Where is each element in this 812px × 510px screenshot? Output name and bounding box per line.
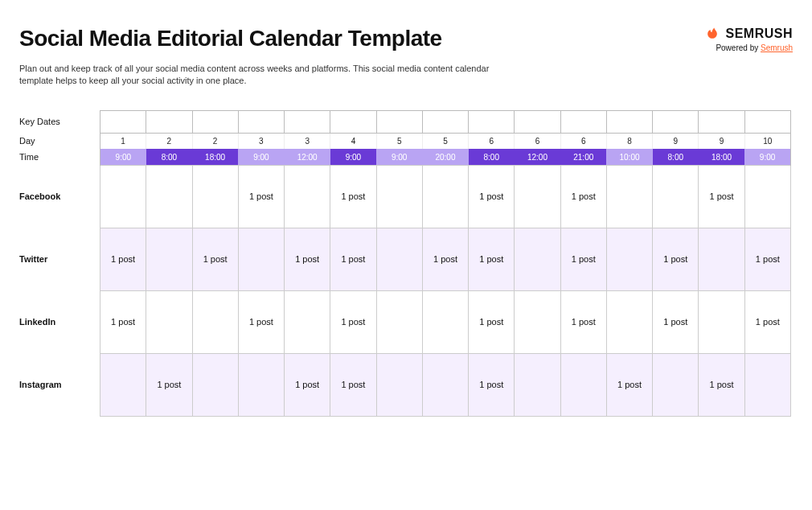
day-cell: 9: [653, 133, 699, 149]
row-label: Time: [19, 149, 100, 165]
time-cell: 21:00: [560, 149, 606, 165]
keydate-cell[interactable]: [653, 110, 699, 133]
powered-by-link[interactable]: Semrush: [761, 43, 793, 52]
schedule-cell[interactable]: [376, 228, 422, 290]
schedule-cell[interactable]: [422, 165, 468, 228]
page-title: Social Media Editorial Calendar Template: [19, 26, 442, 51]
day-cell: 1: [100, 133, 146, 149]
schedule-cell[interactable]: 1 post: [560, 290, 606, 353]
schedule-cell[interactable]: 1 post: [699, 165, 744, 228]
schedule-cell[interactable]: [699, 290, 744, 353]
schedule-cell[interactable]: 1 post: [238, 290, 284, 353]
schedule-cell[interactable]: 1 post: [744, 228, 790, 290]
schedule-cell[interactable]: [376, 290, 422, 353]
schedule-cell[interactable]: [146, 165, 192, 228]
time-cell: 9:00: [744, 149, 790, 165]
time-cell: 18:00: [192, 149, 238, 165]
day-cell: 6: [515, 133, 560, 149]
page-subtitle: Plan out and keep track of all your soci…: [19, 63, 518, 88]
schedule-cell[interactable]: 1 post: [699, 353, 744, 416]
schedule-cell[interactable]: 1 post: [146, 353, 192, 416]
keydate-cell[interactable]: [515, 110, 560, 133]
time-cell: 8:00: [469, 149, 515, 165]
keydate-cell[interactable]: [192, 110, 238, 133]
schedule-cell[interactable]: [285, 165, 330, 228]
keydate-cell[interactable]: [606, 110, 652, 133]
keydate-cell[interactable]: [100, 110, 146, 133]
schedule-cell[interactable]: [606, 228, 652, 290]
keydate-cell[interactable]: [146, 110, 192, 133]
schedule-cell[interactable]: [285, 290, 330, 353]
schedule-cell[interactable]: [515, 353, 560, 416]
schedule-cell[interactable]: [560, 353, 606, 416]
schedule-cell[interactable]: [699, 228, 744, 290]
schedule-cell[interactable]: 1 post: [469, 165, 515, 228]
schedule-cell[interactable]: [422, 290, 468, 353]
schedule-cell[interactable]: 1 post: [100, 228, 146, 290]
schedule-cell[interactable]: 1 post: [606, 353, 652, 416]
schedule-cell[interactable]: 1 post: [330, 353, 376, 416]
schedule-cell[interactable]: [515, 290, 560, 353]
schedule-cell[interactable]: [376, 165, 422, 228]
time-cell: 8:00: [653, 149, 699, 165]
schedule-cell[interactable]: [238, 353, 284, 416]
schedule-cell[interactable]: [192, 353, 238, 416]
schedule-cell[interactable]: [146, 228, 192, 290]
keydate-cell[interactable]: [699, 110, 744, 133]
schedule-cell[interactable]: [100, 353, 146, 416]
day-cell: 4: [330, 133, 376, 149]
schedule-cell[interactable]: 1 post: [469, 353, 515, 416]
schedule-cell[interactable]: 1 post: [285, 228, 330, 290]
schedule-cell[interactable]: 1 post: [560, 228, 606, 290]
schedule-cell[interactable]: 1 post: [330, 228, 376, 290]
schedule-cell[interactable]: [515, 165, 560, 228]
schedule-cell[interactable]: [606, 290, 652, 353]
day-cell: 5: [422, 133, 468, 149]
schedule-cell[interactable]: [653, 165, 699, 228]
schedule-cell[interactable]: 1 post: [469, 290, 515, 353]
schedule-cell[interactable]: [100, 165, 146, 228]
schedule-cell[interactable]: [192, 290, 238, 353]
schedule-cell[interactable]: 1 post: [653, 228, 699, 290]
time-cell: 8:00: [146, 149, 192, 165]
schedule-cell[interactable]: 1 post: [653, 290, 699, 353]
keydate-cell[interactable]: [330, 110, 376, 133]
schedule-cell[interactable]: [653, 353, 699, 416]
day-cell: 5: [376, 133, 422, 149]
schedule-cell[interactable]: 1 post: [744, 290, 790, 353]
brand-name: SEMRUSH: [725, 27, 793, 41]
keydate-cell[interactable]: [560, 110, 606, 133]
schedule-cell[interactable]: [422, 353, 468, 416]
row-label: Facebook: [19, 165, 100, 228]
keydate-cell[interactable]: [238, 110, 284, 133]
keydate-cell[interactable]: [376, 110, 422, 133]
semrush-flame-icon: [704, 26, 720, 42]
time-cell: 9:00: [238, 149, 284, 165]
time-cell: 10:00: [606, 149, 652, 165]
schedule-cell[interactable]: [376, 353, 422, 416]
schedule-cell[interactable]: [744, 353, 790, 416]
keydate-cell[interactable]: [469, 110, 515, 133]
schedule-cell[interactable]: 1 post: [469, 228, 515, 290]
schedule-cell[interactable]: 1 post: [192, 228, 238, 290]
schedule-cell[interactable]: 1 post: [560, 165, 606, 228]
schedule-cell[interactable]: [146, 290, 192, 353]
row-label: Twitter: [19, 228, 100, 290]
schedule-cell[interactable]: 1 post: [285, 353, 330, 416]
keydate-cell[interactable]: [744, 110, 790, 133]
schedule-cell[interactable]: 1 post: [238, 165, 284, 228]
schedule-cell[interactable]: 1 post: [330, 165, 376, 228]
schedule-cell[interactable]: [606, 165, 652, 228]
schedule-cell[interactable]: 1 post: [330, 290, 376, 353]
schedule-cell[interactable]: [515, 228, 560, 290]
schedule-cell[interactable]: 1 post: [422, 228, 468, 290]
keydate-cell[interactable]: [285, 110, 330, 133]
day-cell: 2: [192, 133, 238, 149]
day-cell: 2: [146, 133, 192, 149]
schedule-cell[interactable]: [192, 165, 238, 228]
row-label: Day: [19, 133, 100, 149]
schedule-cell[interactable]: 1 post: [100, 290, 146, 353]
keydate-cell[interactable]: [422, 110, 468, 133]
schedule-cell[interactable]: [744, 165, 790, 228]
schedule-cell[interactable]: [238, 228, 284, 290]
